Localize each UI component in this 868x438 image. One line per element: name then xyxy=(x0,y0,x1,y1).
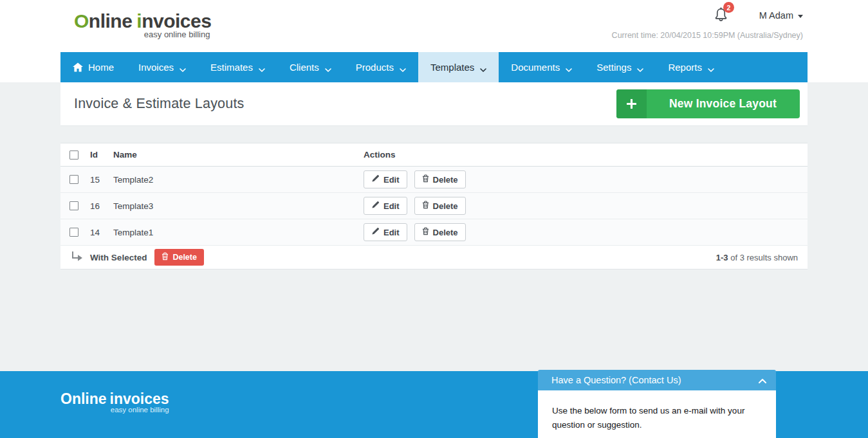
brand-logo[interactable]: Onlineinvoices easy online billing xyxy=(60,0,211,52)
with-selected-arrow-icon xyxy=(71,251,84,264)
notifications-bell[interactable]: 2 xyxy=(714,6,728,25)
logo-word2: nvoices xyxy=(142,10,211,32)
pencil-icon xyxy=(371,174,380,185)
edit-button-label: Edit xyxy=(383,175,400,185)
delete-button-label: Delete xyxy=(433,175,458,185)
table-footer: With Selected Delete 1-3 of 3 results sh… xyxy=(60,246,808,269)
nav-item-clients[interactable]: Clients xyxy=(277,52,344,82)
table-row: 14 Template1 Edit Delete xyxy=(60,219,808,246)
delete-button-label: Delete xyxy=(433,228,458,237)
row-name: Template3 xyxy=(113,201,364,211)
nav-item-label: Documents xyxy=(511,62,560,73)
footer-logo-word2: nvoices xyxy=(114,390,169,407)
delete-button-label: Delete xyxy=(433,201,458,211)
new-invoice-layout-label: New Invoice Layout xyxy=(647,89,800,118)
footer-brand-logo[interactable]: Onlineinvoices easy online billing xyxy=(60,371,169,414)
edit-button-label: Edit xyxy=(383,201,400,211)
nav-item-label: Products xyxy=(356,62,394,73)
results-range: 1-3 xyxy=(716,253,728,262)
new-invoice-layout-button[interactable]: New Invoice Layout xyxy=(616,89,800,118)
row-checkbox[interactable] xyxy=(69,201,78,210)
nav-item-home[interactable]: Home xyxy=(60,52,126,82)
chevron-down-icon xyxy=(180,63,186,74)
delete-button[interactable]: Delete xyxy=(414,223,466,241)
contact-panel-header[interactable]: Have a Question? (Contact Us) xyxy=(538,370,776,390)
edit-button[interactable]: Edit xyxy=(364,197,407,215)
trash-icon xyxy=(162,252,169,262)
user-name: M Adam xyxy=(759,10,793,21)
nav-item-label: Estimates xyxy=(210,62,253,73)
top-header: Onlineinvoices easy online billing 2 xyxy=(0,0,868,82)
row-name: Template1 xyxy=(113,228,364,237)
footer-logo-o: O xyxy=(60,390,72,407)
row-checkbox[interactable] xyxy=(69,228,78,237)
nav-item-invoices[interactable]: Invoices xyxy=(126,52,198,82)
chevron-down-icon xyxy=(708,63,714,74)
home-icon xyxy=(73,62,83,72)
select-all-checkbox[interactable] xyxy=(69,151,78,160)
chevron-down-icon xyxy=(259,63,265,74)
chevron-down-icon xyxy=(798,15,803,18)
chevron-down-icon xyxy=(325,63,331,74)
nav-item-reports[interactable]: Reports xyxy=(656,52,726,82)
trash-icon xyxy=(422,227,429,237)
contact-panel-title: Have a Question? (Contact Us) xyxy=(551,375,681,385)
nav-item-settings[interactable]: Settings xyxy=(584,52,656,82)
logo-accent-o: O xyxy=(74,10,89,32)
results-count: 1-3 of 3 results shown xyxy=(716,253,798,262)
current-time: Current time: 20/04/2015 10:59PM (Austra… xyxy=(612,31,803,40)
footer-brand-tagline: easy online billing xyxy=(60,406,169,414)
chevron-down-icon xyxy=(637,63,643,74)
page-title-bar: Invoice & Estimate Layouts New Invoice L… xyxy=(60,82,808,126)
column-header-actions: Actions xyxy=(364,150,808,160)
nav-item-label: Invoices xyxy=(138,62,174,73)
nav-item-estimates[interactable]: Estimates xyxy=(198,52,277,82)
table-row: 15 Template2 Edit Delete xyxy=(60,167,808,193)
bulk-delete-button[interactable]: Delete xyxy=(154,249,204,266)
nav-item-label: Templates xyxy=(430,62,474,73)
edit-button[interactable]: Edit xyxy=(364,223,407,241)
nav-item-templates[interactable]: Templates xyxy=(418,52,499,82)
user-menu[interactable]: M Adam xyxy=(759,10,803,21)
bulk-delete-label: Delete xyxy=(172,253,197,262)
row-checkbox[interactable] xyxy=(69,175,78,184)
delete-button[interactable]: Delete xyxy=(414,197,466,215)
logo-word1: nline xyxy=(89,10,133,32)
edit-button[interactable]: Edit xyxy=(364,170,407,188)
nav-item-label: Reports xyxy=(668,62,702,73)
contact-panel-body: Use the below form to send us an e-mail … xyxy=(538,390,776,438)
chevron-down-icon xyxy=(400,63,406,74)
nav-item-label: Settings xyxy=(596,62,631,73)
nav-item-label: Home xyxy=(88,62,114,73)
row-id: 15 xyxy=(90,175,113,185)
page-title: Invoice & Estimate Layouts xyxy=(74,96,245,112)
bell-icon xyxy=(714,14,728,24)
footer-logo-text: Onlineinvoices xyxy=(60,391,169,407)
row-name: Template2 xyxy=(113,175,364,185)
main-nav: Home Invoices Estimates xyxy=(60,52,808,82)
chevron-up-icon[interactable] xyxy=(759,375,766,385)
column-header-id: Id xyxy=(90,150,113,160)
chevron-down-icon xyxy=(480,63,486,74)
plus-icon xyxy=(616,89,647,118)
results-suffix: of 3 results shown xyxy=(728,253,798,262)
layouts-table: Id Name Actions 15 Template2 Edit xyxy=(60,143,808,269)
table-header-row: Id Name Actions xyxy=(60,143,808,167)
table-row: 16 Template3 Edit Delete xyxy=(60,193,808,219)
nav-item-label: Clients xyxy=(290,62,319,73)
column-header-name: Name xyxy=(113,150,364,160)
pencil-icon xyxy=(371,201,380,211)
row-id: 14 xyxy=(90,228,113,237)
brand-logo-text: Onlineinvoices xyxy=(74,10,211,32)
footer-logo-word1: nline xyxy=(72,390,107,407)
pencil-icon xyxy=(371,227,380,237)
chevron-down-icon xyxy=(566,63,572,74)
nav-item-products[interactable]: Products xyxy=(344,52,418,82)
page-footer: Onlineinvoices easy online billing Have … xyxy=(0,371,868,438)
nav-item-documents[interactable]: Documents xyxy=(499,52,584,82)
trash-icon xyxy=(422,201,429,211)
with-selected-label: With Selected xyxy=(90,253,147,262)
row-id: 16 xyxy=(90,201,113,211)
notification-count-badge[interactable]: 2 xyxy=(723,2,734,13)
delete-button[interactable]: Delete xyxy=(414,170,466,188)
